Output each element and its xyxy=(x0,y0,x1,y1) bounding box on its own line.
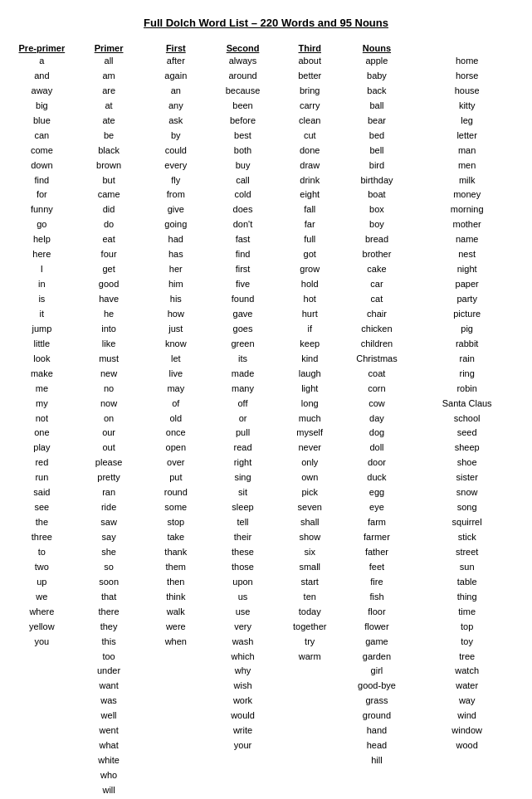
list-item: down xyxy=(8,158,76,173)
list-item: old xyxy=(142,412,209,426)
list-item: in xyxy=(8,277,76,292)
list-item: goes xyxy=(209,322,276,337)
list-item: drink xyxy=(276,173,344,188)
list-item: wind xyxy=(410,709,524,723)
list-item: live xyxy=(142,367,209,382)
table-row: forcamefromcoldeightboatmoney xyxy=(8,188,524,202)
list-item: dog xyxy=(344,426,411,441)
list-item: boy xyxy=(344,217,411,232)
list-item: brother xyxy=(344,247,411,262)
list-item: buy xyxy=(209,158,276,173)
list-item: went xyxy=(76,723,143,738)
list-item: squirrel xyxy=(410,515,524,530)
list-item: a xyxy=(8,54,76,69)
list-item: sister xyxy=(410,470,524,485)
list-item: light xyxy=(276,382,344,397)
list-item: try xyxy=(276,635,344,650)
col-header-nouns2 xyxy=(410,42,524,54)
list-item: how xyxy=(142,307,209,322)
list-item: put xyxy=(142,470,209,485)
list-item: egg xyxy=(344,485,411,500)
list-item: ground xyxy=(344,709,411,723)
list-item: white xyxy=(76,753,143,768)
list-item: morning xyxy=(410,202,524,217)
list-item: seven xyxy=(276,500,344,515)
list-item: write xyxy=(209,723,276,738)
list-item xyxy=(276,723,344,738)
list-item: water xyxy=(410,679,524,694)
list-item: I xyxy=(8,262,76,277)
list-item: no xyxy=(76,382,143,397)
list-item: do xyxy=(76,217,143,232)
list-item: horse xyxy=(410,69,524,84)
table-row: wellwouldgroundwind xyxy=(8,709,524,723)
list-item: start xyxy=(276,575,344,590)
list-item: robin xyxy=(410,382,524,397)
list-item: seed xyxy=(410,426,524,441)
list-item: window xyxy=(410,723,524,738)
col-header-second: Second xyxy=(209,42,276,54)
list-item: come xyxy=(8,144,76,158)
table-row: makenewlivemadelaughcoatring xyxy=(8,367,524,382)
list-item: game xyxy=(344,635,411,650)
list-item: ten xyxy=(276,590,344,605)
list-item: Christmas xyxy=(344,352,411,367)
list-item: door xyxy=(344,456,411,470)
list-item: me xyxy=(8,382,76,397)
list-item: today xyxy=(276,605,344,620)
list-item: paper xyxy=(410,277,524,292)
table-row: wentwritehandwindow xyxy=(8,723,524,738)
table-row: helpeathadfastfullbreadname xyxy=(8,232,524,247)
table-row: ithehowgavehurtchairpicture xyxy=(8,307,524,322)
list-item: grow xyxy=(276,262,344,277)
table-row: canbebybestcutbedletter xyxy=(8,129,524,144)
list-item: his xyxy=(142,292,209,307)
list-item: we xyxy=(8,590,76,605)
list-item: first xyxy=(209,262,276,277)
list-item: open xyxy=(142,441,209,456)
list-item: their xyxy=(209,530,276,545)
list-item xyxy=(8,650,76,665)
list-item: why xyxy=(209,664,276,679)
list-item: her xyxy=(142,262,209,277)
table-row: menomaymanylightcornrobin xyxy=(8,382,524,397)
list-item: found xyxy=(209,292,276,307)
list-item: house xyxy=(410,84,524,99)
list-item: pull xyxy=(209,426,276,441)
table-row: ingoodhimfiveholdcarpaper xyxy=(8,277,524,292)
list-item: are xyxy=(76,84,143,99)
table-row: redpleaseoverrightonlydoorshoe xyxy=(8,456,524,470)
list-item: will xyxy=(76,783,143,798)
list-item: fall xyxy=(276,202,344,217)
list-item: time xyxy=(410,605,524,620)
list-item: an xyxy=(142,84,209,99)
list-item: there xyxy=(76,605,143,620)
list-item: make xyxy=(8,367,76,382)
list-item: into xyxy=(76,322,143,337)
list-item: thank xyxy=(142,545,209,560)
list-item: upon xyxy=(209,575,276,590)
list-item xyxy=(209,753,276,768)
list-item: over xyxy=(142,456,209,470)
list-item xyxy=(8,783,76,798)
list-item: done xyxy=(276,144,344,158)
list-item: floor xyxy=(344,605,411,620)
list-item: hand xyxy=(344,723,411,738)
list-item: go xyxy=(8,217,76,232)
list-item: only xyxy=(276,456,344,470)
list-item: off xyxy=(209,397,276,412)
list-item: saw xyxy=(76,515,143,530)
list-item: myself xyxy=(276,426,344,441)
list-item: name xyxy=(410,232,524,247)
table-row: oneouroncepullmyselfdogseed xyxy=(8,426,524,441)
list-item: men xyxy=(410,158,524,173)
list-item: milk xyxy=(410,173,524,188)
list-item: him xyxy=(142,277,209,292)
list-item: much xyxy=(276,412,344,426)
table-row: wantwishgood-byewater xyxy=(8,679,524,694)
table-row: awayareanbecausebringbackhouse xyxy=(8,84,524,99)
list-item: call xyxy=(209,173,276,188)
list-item: find xyxy=(8,173,76,188)
list-item xyxy=(142,650,209,665)
list-item: that xyxy=(76,590,143,605)
